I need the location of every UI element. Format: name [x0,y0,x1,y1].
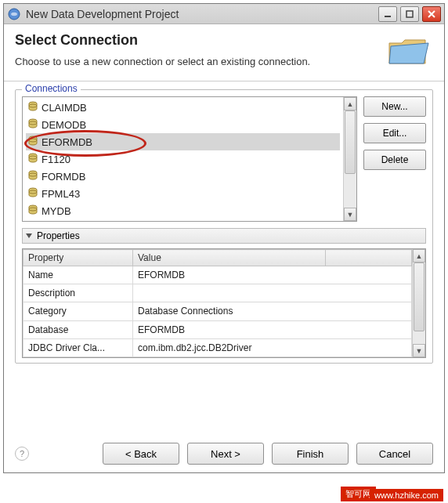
prop-key: Name [23,266,133,284]
table-row[interactable]: Description [23,284,412,302]
page-title: Select Connection [15,32,378,49]
scroll-up-button[interactable]: ▲ [344,97,356,110]
dialog-window: New Data Development Project Select Conn… [3,3,445,473]
svg-rect-2 [406,11,413,17]
connection-item[interactable]: F1120 [26,150,340,168]
next-button[interactable]: Next > [187,443,264,465]
edit-button[interactable]: Edit... [363,123,426,143]
prop-value: com.ibm.db2.jcc.DB2Driver [133,338,412,356]
scroll-up-button[interactable]: ▲ [413,249,425,262]
connections-legend: Connections [22,83,81,94]
connection-label: EFORMDB [42,136,92,148]
app-icon [7,7,21,21]
scroll-track[interactable] [344,110,356,208]
table-row[interactable]: CategoryDatabase Connections [23,302,412,320]
connection-label: MYDB [42,205,71,217]
help-icon[interactable]: ? [15,447,29,461]
prop-value: Database Connections [133,302,412,320]
properties-label: Properties [37,230,80,241]
connection-item[interactable]: EFORMDB [26,133,340,150]
scroll-thumb[interactable] [414,262,425,331]
scroll-track[interactable] [413,262,425,344]
connection-label: FORMDB [42,171,85,183]
properties-table-wrap: Property Value NameEFORMDBDescriptionCat… [22,248,426,358]
col-property[interactable]: Property [23,250,133,266]
col-value[interactable]: Value [133,250,326,266]
collapse-triangle-icon [26,233,32,238]
prop-value: EFORMDB [133,320,412,338]
scroll-down-button[interactable]: ▼ [344,208,356,221]
list-scrollbar[interactable]: ▲ ▼ [343,97,356,221]
connection-item[interactable]: DEMODB [26,116,340,133]
connection-item[interactable]: CLAIMDB [26,99,340,116]
prop-value: EFORMDB [133,266,412,284]
delete-button[interactable]: Delete [363,150,426,170]
window-controls [378,6,441,22]
wizard-header: Select Connection Choose to use a new co… [4,24,444,81]
title-bar: New Data Development Project [4,4,444,24]
prop-key: Database [23,320,133,338]
properties-table: Property Value NameEFORMDBDescriptionCat… [23,249,412,357]
table-row[interactable]: NameEFORMDB [23,266,412,284]
cancel-button[interactable]: Cancel [356,443,433,465]
maximize-button[interactable] [400,6,419,22]
scroll-down-button[interactable]: ▼ [413,344,425,357]
connection-label: F1120 [42,154,70,165]
new-button[interactable]: New... [363,96,426,117]
prop-value [133,284,412,302]
scroll-thumb[interactable] [345,110,356,174]
connections-list[interactable]: CLAIMDBDEMODBEFORMDBF1120FORMDBFPML43MYD… [22,96,357,222]
minimize-button[interactable] [378,6,397,22]
finish-button[interactable]: Finish [272,443,349,465]
connection-item[interactable]: MYDB [26,202,340,219]
connection-label: CLAIMDB [42,102,87,114]
window-title: New Data Development Project [26,8,378,20]
properties-scrollbar[interactable]: ▲ ▼ [412,249,425,357]
connection-item[interactable]: FPML43 [26,185,340,202]
prop-key: Category [23,302,133,320]
connection-label: FPML43 [42,188,80,200]
col-blank [326,250,412,266]
connections-group: Connections CLAIMDBDEMODBEFORMDBF1120FOR… [15,89,433,364]
close-button[interactable] [422,6,441,22]
watermark-right: www.hzhike.com [370,489,443,501]
prop-key: JDBC Driver Cla... [23,338,133,356]
prop-key: Description [23,284,133,302]
table-row[interactable]: DatabaseEFORMDB [23,320,412,338]
page-description: Choose to use a new connection or select… [15,55,378,69]
folder-banner-icon [385,32,432,70]
svg-rect-1 [385,16,391,17]
back-button[interactable]: < Back [103,443,179,465]
connection-label: DEMODB [42,119,86,131]
wizard-button-bar: ? < Back Next > Finish Cancel [4,443,444,465]
connection-item[interactable]: FORMDB [26,168,340,185]
properties-header[interactable]: Properties [22,228,426,244]
table-row[interactable]: JDBC Driver Cla...com.ibm.db2.jcc.DB2Dri… [23,338,412,356]
